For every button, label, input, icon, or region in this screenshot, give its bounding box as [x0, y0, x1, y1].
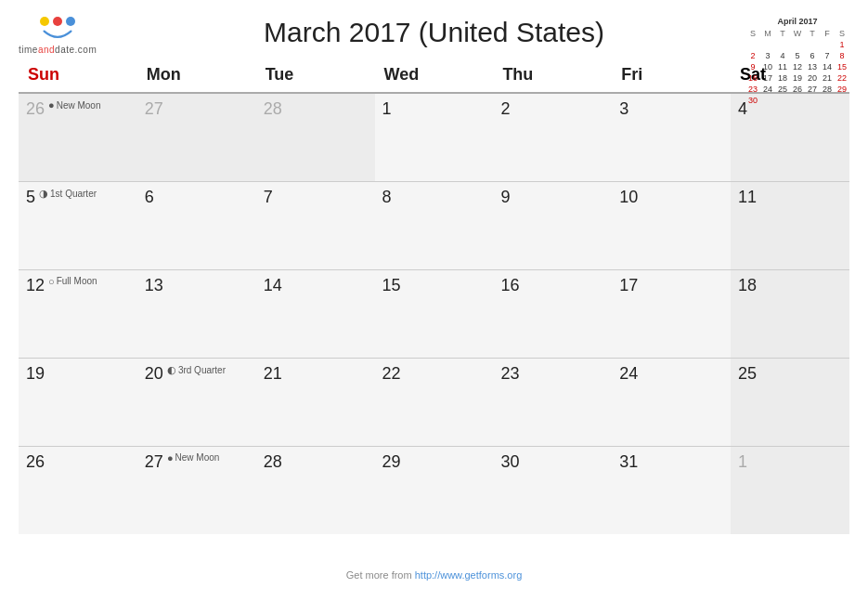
footer-link[interactable]: http://www.getforms.org — [415, 569, 523, 581]
cell-day-number: 18 — [738, 276, 842, 295]
day-number: 22 — [382, 364, 401, 384]
table-row: 15 — [375, 269, 494, 358]
mini-cal-day — [775, 95, 790, 106]
table-row: 29 — [375, 446, 494, 534]
cal-header-tue: Tue — [256, 58, 375, 93]
logo-dot-blue — [66, 17, 75, 26]
table-row: 6 — [137, 181, 256, 269]
mini-cal-day: 12 — [790, 61, 805, 72]
day-number: 27 — [145, 452, 163, 472]
day-number: 15 — [382, 276, 401, 295]
moon-phase-label: ○Full Moon — [48, 276, 97, 287]
day-number: 1 — [382, 99, 392, 119]
day-number: 28 — [264, 452, 282, 472]
cell-day-number: 11 — [738, 188, 842, 207]
table-row: 18 — [731, 269, 849, 358]
day-number: 8 — [382, 188, 392, 207]
day-number: 31 — [619, 452, 638, 472]
mini-cal-day: 19 — [790, 72, 805, 84]
mini-cal-day: 27 — [805, 84, 820, 95]
mini-cal-header-sat: S — [835, 28, 849, 39]
cell-day-number: 2 — [500, 99, 604, 119]
day-number: 1 — [738, 452, 747, 472]
table-row: 1 — [731, 446, 849, 534]
table-row: 12○Full Moon — [19, 269, 137, 358]
moon-phase-text: New Moon — [175, 452, 220, 463]
table-row: 27 — [137, 93, 256, 181]
mini-cal-day — [760, 39, 775, 50]
cell-day-number: 12○Full Moon — [26, 276, 130, 295]
logo-text: timeanddate.com — [19, 45, 97, 55]
day-number: 27 — [145, 99, 163, 119]
day-number: 9 — [500, 188, 510, 207]
cell-day-number: 10 — [619, 188, 723, 207]
mini-cal-day: 26 — [790, 84, 805, 95]
mini-cal-day — [805, 95, 820, 106]
table-row: 21 — [256, 358, 375, 446]
table-row: 23 — [493, 358, 612, 446]
day-number: 26 — [26, 99, 45, 119]
mini-cal-header-thu: T — [805, 28, 820, 39]
mini-cal-day: 24 — [760, 84, 775, 95]
mini-cal-day: 18 — [775, 72, 790, 84]
table-row: 17 — [612, 269, 731, 358]
moon-icon: ◐ — [167, 364, 176, 376]
mini-cal-day: 23 — [745, 84, 760, 95]
mini-cal-day: 28 — [820, 84, 835, 95]
day-number: 11 — [738, 188, 757, 207]
mini-cal-day — [760, 95, 775, 106]
mini-cal-day — [790, 95, 805, 106]
cell-day-number: 28 — [264, 99, 368, 119]
mini-cal-header-wed: W — [790, 28, 805, 39]
mini-cal-day — [805, 39, 820, 50]
mini-cal-day: 8 — [835, 50, 849, 61]
day-number: 30 — [500, 452, 519, 472]
cell-day-number: 21 — [264, 364, 368, 384]
table-row: 7 — [256, 181, 375, 269]
day-number: 19 — [26, 364, 45, 384]
main-calendar: SunMonTueWedThuFriSat 26●New Moon2728123… — [19, 58, 849, 534]
mini-cal-day: 25 — [775, 84, 790, 95]
cal-header-sun: Sun — [19, 58, 137, 93]
table-row: 2 — [493, 93, 612, 181]
moon-phase-text: New Moon — [57, 100, 101, 111]
table-row: 28 — [256, 446, 375, 534]
cell-day-number: 29 — [382, 452, 486, 472]
day-number: 3 — [619, 99, 628, 119]
cell-day-number: 25 — [738, 364, 842, 384]
day-number: 2 — [500, 99, 510, 119]
mini-cal-day: 29 — [835, 84, 849, 95]
day-number: 16 — [500, 276, 519, 295]
logo-dot-red — [53, 17, 62, 26]
cell-day-number: 16 — [500, 276, 604, 295]
cell-day-number: 9 — [500, 188, 604, 207]
cal-header-mon: Mon — [137, 58, 256, 93]
moon-icon: ● — [167, 452, 174, 464]
logo-dot-yellow — [40, 17, 49, 26]
cell-day-number: 14 — [264, 276, 368, 295]
day-number: 12 — [26, 276, 45, 295]
mini-cal-day: 4 — [775, 50, 790, 61]
table-row: 1 — [375, 93, 494, 181]
mini-cal-header-mon: M — [760, 28, 775, 39]
table-row: 9 — [493, 181, 612, 269]
mini-cal-day: 20 — [805, 72, 820, 84]
cell-day-number: 19 — [26, 364, 130, 384]
table-row: 26●New Moon — [19, 93, 137, 181]
cell-day-number: 28 — [264, 452, 368, 472]
table-row: 14 — [256, 269, 375, 358]
table-row: 4 — [731, 93, 849, 181]
day-number: 23 — [500, 364, 519, 384]
table-row: 5◑1st Quarter — [19, 181, 137, 269]
mini-cal-day: 7 — [820, 50, 835, 61]
table-row: 19 — [19, 358, 137, 446]
mini-cal-day: 11 — [775, 61, 790, 72]
table-row: 27●New Moon — [137, 446, 256, 534]
table-row: 20◐3rd Quarter — [137, 358, 256, 446]
mini-cal-day: 1 — [835, 39, 849, 50]
mini-cal-day: 22 — [835, 72, 849, 84]
mini-cal-header-sun: S — [745, 28, 760, 39]
moon-phase-text: 3rd Quarter — [178, 365, 226, 375]
mini-cal-day — [775, 39, 790, 50]
moon-icon: ○ — [48, 276, 55, 287]
